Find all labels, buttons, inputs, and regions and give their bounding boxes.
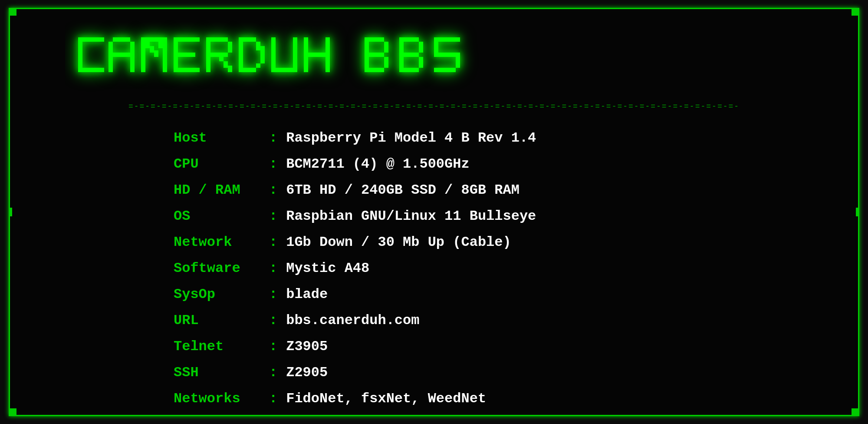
svg-rect-52 — [456, 57, 460, 68]
info-label: HD / RAM — [174, 180, 260, 201]
svg-rect-2 — [82, 68, 104, 72]
svg-rect-10 — [145, 42, 150, 48]
info-label: CPU — [174, 154, 260, 175]
info-row: Networks:FidoNet, fsxNet, WeedNet — [174, 388, 694, 409]
info-colon: : — [269, 284, 277, 305]
info-colon: : — [269, 362, 277, 383]
info-value: blade — [286, 284, 328, 305]
svg-rect-7 — [141, 37, 145, 72]
info-row: Software:Mystic A48 — [174, 258, 694, 279]
svg-rect-9 — [141, 37, 167, 42]
svg-rect-41 — [384, 57, 388, 68]
tick-right — [856, 208, 859, 216]
info-value: Raspbian GNU/Linux 11 Bullseye — [286, 206, 536, 227]
corner-tl — [9, 8, 16, 16]
svg-rect-11 — [150, 46, 154, 53]
info-row: URL:bbs.canerduh.com — [174, 310, 694, 331]
svg-rect-6 — [108, 53, 135, 57]
info-label: OS — [174, 206, 260, 227]
svg-rect-39 — [384, 42, 388, 53]
info-value: 1Gb Down / 30 Mb Up (Cable) — [286, 232, 511, 253]
title-svg: .pixel-char { fill: #00ff00; filter: dro… — [65, 20, 803, 94]
svg-rect-31 — [271, 37, 276, 68]
svg-rect-17 — [174, 68, 200, 72]
svg-rect-47 — [419, 57, 423, 68]
svg-rect-38 — [365, 37, 384, 42]
info-label: Telnet — [174, 336, 260, 357]
svg-rect-19 — [206, 37, 228, 42]
svg-rect-24 — [228, 66, 232, 72]
svg-rect-27 — [256, 42, 260, 50]
info-row: SysOp:blade — [174, 284, 694, 305]
info-label: Networks — [174, 388, 260, 409]
svg-rect-0 — [82, 37, 104, 42]
info-section: Host:Raspberry Pi Model 4 B Rev 1.4CPU:B… — [174, 128, 694, 414]
info-label: SSH — [174, 362, 260, 383]
svg-rect-3 — [113, 37, 130, 42]
svg-rect-21 — [206, 53, 228, 57]
info-row: Host:Raspberry Pi Model 4 B Rev 1.4 — [174, 128, 694, 149]
tick-left — [9, 208, 12, 216]
svg-rect-30 — [239, 68, 256, 72]
svg-rect-26 — [239, 37, 256, 42]
info-value: Z2905 — [286, 362, 328, 383]
svg-rect-33 — [271, 68, 297, 72]
svg-rect-50 — [434, 37, 438, 53]
info-colon: : — [269, 180, 277, 201]
info-label: Host — [174, 128, 260, 149]
info-value: 6TB HD / 240GB SSD / 8GB RAM — [286, 180, 519, 201]
info-label: URL — [174, 310, 260, 331]
terminal-screen: .pixel-char { fill: #00ff00; filter: dro… — [9, 8, 859, 416]
svg-rect-32 — [293, 37, 297, 68]
info-row: SSH:Z2905 — [174, 362, 694, 383]
svg-rect-8 — [163, 37, 167, 72]
info-colon: : — [269, 310, 277, 331]
svg-rect-25 — [239, 37, 243, 72]
info-row: CPU:BCM2711 (4) @ 1.500GHz — [174, 154, 694, 175]
svg-rect-12 — [154, 50, 158, 57]
svg-rect-49 — [438, 37, 460, 42]
info-value: Mystic A48 — [286, 258, 369, 279]
svg-rect-13 — [158, 42, 163, 48]
info-colon: : — [269, 258, 277, 279]
svg-rect-36 — [304, 53, 330, 57]
info-colon: : — [269, 128, 277, 149]
info-row: HD / RAM:6TB HD / 240GB SSD / 8GB RAM — [174, 180, 694, 201]
svg-rect-29 — [256, 63, 260, 68]
info-colon: : — [269, 206, 277, 227]
svg-rect-53 — [434, 68, 456, 72]
info-value: bbs.canerduh.com — [286, 310, 419, 331]
info-value: FidoNet, fsxNet, WeedNet — [286, 388, 486, 409]
svg-rect-48 — [399, 68, 419, 72]
divider-line: =-=-=-=-=-=-=-=-=-=-=-=-=-=-=-=-=-=-=-=-… — [30, 103, 838, 110]
corner-tr — [852, 8, 859, 16]
info-value: BCM2711 (4) @ 1.500GHz — [286, 154, 469, 175]
title-container: .pixel-char { fill: #00ff00; filter: dro… — [65, 20, 803, 94]
info-label: SysOp — [174, 284, 260, 305]
info-value: Raspberry Pi Model 4 B Rev 1.4 — [286, 128, 536, 149]
info-row: Network:1Gb Down / 30 Mb Up (Cable) — [174, 232, 694, 253]
svg-rect-40 — [365, 53, 384, 57]
info-row: OS:Raspbian GNU/Linux 11 Bullseye — [174, 206, 694, 227]
svg-rect-23 — [224, 61, 228, 68]
svg-rect-20 — [228, 42, 232, 53]
svg-rect-44 — [399, 37, 419, 42]
corner-bl — [9, 408, 16, 416]
info-colon: : — [269, 232, 277, 253]
info-label: Network — [174, 232, 260, 253]
svg-rect-46 — [399, 53, 419, 57]
info-label: Software — [174, 258, 260, 279]
corner-br — [852, 408, 859, 416]
info-value: Z3905 — [286, 336, 328, 357]
svg-rect-28 — [260, 46, 265, 63]
svg-rect-16 — [174, 53, 195, 57]
info-colon: : — [269, 336, 277, 357]
svg-rect-42 — [365, 68, 384, 72]
info-colon: : — [269, 388, 277, 409]
svg-rect-1 — [78, 37, 82, 72]
svg-rect-22 — [219, 57, 224, 61]
info-colon: : — [269, 154, 277, 175]
svg-rect-45 — [419, 42, 423, 53]
svg-rect-51 — [434, 53, 460, 57]
info-row: Telnet:Z3905 — [174, 336, 694, 357]
